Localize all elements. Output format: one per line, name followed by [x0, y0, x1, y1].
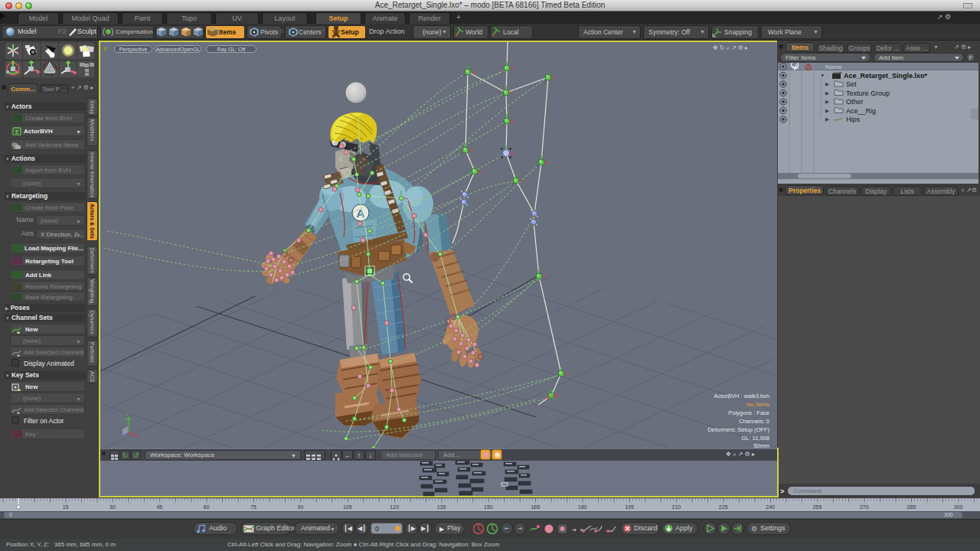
svg-text:50mm: 50mm: [753, 442, 769, 448]
svg-text:210: 210: [672, 504, 681, 510]
svg-text:225: 225: [719, 504, 728, 510]
svg-text:30: 30: [109, 504, 116, 510]
svg-text:▶: ▶: [825, 99, 829, 104]
svg-text:): ): [111, 28, 113, 36]
svg-text:Texture Group: Texture Group: [846, 90, 890, 97]
svg-text:180: 180: [578, 504, 587, 510]
svg-text:Polygons : Face: Polygons : Face: [728, 409, 769, 416]
svg-text:90: 90: [298, 504, 304, 510]
svg-text:▶: ▶: [825, 116, 829, 122]
svg-text:▶: ▶: [825, 81, 829, 86]
svg-text:15: 15: [63, 504, 69, 510]
svg-text:120: 120: [390, 504, 399, 510]
svg-text:270: 270: [860, 504, 869, 510]
svg-text:Other: Other: [846, 98, 864, 106]
svg-text:60: 60: [204, 504, 210, 510]
svg-text:255: 255: [813, 504, 822, 510]
svg-text:300: 300: [954, 504, 963, 510]
svg-text:(: (: [103, 28, 106, 36]
svg-text:Ace_Retarget_Single.lxo*: Ace_Retarget_Single.lxo*: [844, 72, 928, 80]
svg-text:▼: ▼: [820, 73, 825, 78]
svg-text:⇥: ⇥: [571, 527, 577, 533]
svg-text:150: 150: [484, 504, 493, 510]
svg-text:240: 240: [766, 504, 775, 510]
svg-text:▶: ▶: [825, 90, 829, 96]
svg-text:75: 75: [250, 504, 256, 510]
svg-text:Set: Set: [846, 80, 857, 88]
svg-text:105: 105: [343, 504, 352, 510]
svg-text:ActorBVH : walk3.bvh: ActorBVH : walk3.bvh: [714, 393, 769, 399]
svg-text:No Items: No Items: [746, 401, 769, 408]
svg-text:+: +: [826, 73, 829, 78]
svg-text:Hips: Hips: [846, 116, 861, 123]
svg-text:135: 135: [437, 504, 446, 510]
svg-text:▶: ▶: [825, 108, 829, 113]
svg-text:Y: Y: [126, 411, 129, 416]
svg-text:Ace__Rig: Ace__Rig: [846, 107, 876, 115]
svg-text:45: 45: [156, 504, 162, 510]
svg-text:Deformers: Setup (OFF): Deformers: Setup (OFF): [707, 426, 769, 433]
svg-text:GL: 11,908: GL: 11,908: [741, 435, 769, 442]
svg-text:285: 285: [906, 504, 916, 510]
svg-text:195: 195: [625, 504, 634, 510]
svg-text:Channels: 0: Channels: 0: [739, 418, 769, 425]
svg-text:165: 165: [531, 504, 540, 510]
